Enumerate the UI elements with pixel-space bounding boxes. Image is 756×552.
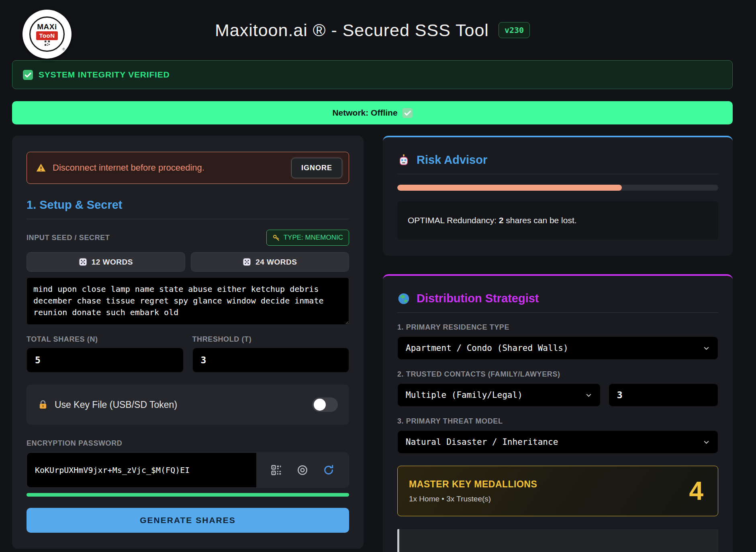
setup-panel: Disconnect internet before proceeding. I…: [12, 136, 364, 549]
setup-section-title: 1. Setup & Secret: [27, 198, 349, 212]
seed-type-badge-label: TYPE: MNEMONIC: [284, 234, 343, 242]
generate-shares-button[interactable]: GENERATE SHARES: [27, 508, 349, 533]
integrity-text: SYSTEM INTEGRITY VERIFIED: [39, 70, 170, 79]
disconnect-warning: Disconnect internet before proceeding. I…: [27, 152, 349, 184]
medallions-subtitle: 1x Home • 3x Trustee(s): [409, 495, 689, 503]
distribution-strategist-title: Distribution Strategist: [417, 292, 539, 305]
robot-icon: [397, 154, 410, 167]
globe-icon: [397, 292, 410, 305]
check-icon: [403, 108, 413, 118]
qr-code-icon[interactable]: [270, 464, 282, 476]
warning-text: Disconnect internet before proceeding.: [53, 163, 285, 173]
threshold-input[interactable]: [192, 348, 349, 373]
seed-input[interactable]: mind upon close lamp name state abuse ei…: [27, 277, 349, 325]
risk-progress-fill: [397, 185, 622, 191]
twentyfour-words-button[interactable]: 24 WORDS: [191, 252, 349, 272]
twelve-words-label: 12 WORDS: [92, 258, 133, 267]
seed-label: INPUT SEED / SECRET: [27, 234, 110, 242]
password-strength-bar: [27, 493, 349, 497]
password-label: ENCRYPTION PASSWORD: [27, 439, 349, 448]
chevron-down-icon: [703, 439, 710, 446]
dice-icon: [79, 258, 87, 266]
chevron-down-icon: [585, 392, 592, 399]
divider: [397, 312, 718, 313]
dice-icon: [243, 258, 251, 266]
key-icon: [272, 234, 280, 242]
master-key-medallions-box: MASTER KEY MEDALLIONS 1x Home • 3x Trust…: [397, 466, 718, 516]
residence-type-label: 1. PRIMARY RESIDENCE TYPE: [397, 323, 718, 332]
medallions-count: 4: [689, 478, 707, 504]
keyfile-toggle-knob: [314, 399, 326, 411]
distribution-strategist-card: Distribution Strategist 1. PRIMARY RESID…: [383, 274, 733, 552]
app-page: MAXi TooN ® Maxitoon.ai ® - Secured SSS …: [0, 0, 756, 552]
risk-advice-prefix: OPTIMAL Redundancy:: [408, 216, 499, 225]
total-shares-label: TOTAL SHARES (N): [27, 335, 184, 344]
divider: [27, 219, 349, 219]
warning-icon: [36, 163, 46, 173]
twentyfour-words-label: 24 WORDS: [255, 258, 297, 267]
residence-type-value: Apartment / Condo (Shared Walls): [406, 343, 703, 353]
password-row: [27, 452, 349, 488]
version-badge: v230: [499, 22, 530, 38]
residence-type-select[interactable]: Apartment / Condo (Shared Walls): [397, 336, 718, 360]
check-icon: [23, 70, 33, 80]
seed-type-badge: TYPE: MNEMONIC: [266, 230, 349, 246]
threshold-label: THRESHOLD (T): [192, 335, 349, 344]
risk-advice-box: OPTIMAL Redundancy: 2 shares can be lost…: [397, 201, 718, 240]
keyfile-label: Use Key File (USB/SD Token): [55, 399, 306, 410]
refresh-icon[interactable]: [323, 464, 335, 476]
keyfile-row: Use Key File (USB/SD Token): [27, 385, 349, 425]
trusted-contacts-label: 2. TRUSTED CONTACTS (FAMILY/LAWYERS): [397, 370, 718, 379]
trusted-contacts-value: Multiple (Family/Legal): [406, 390, 585, 400]
divider: [397, 174, 718, 174]
total-shares-input[interactable]: [27, 348, 184, 373]
twelve-words-button[interactable]: 12 WORDS: [27, 252, 185, 272]
integrity-banner: SYSTEM INTEGRITY VERIFIED: [12, 60, 733, 89]
password-tools: [256, 453, 349, 487]
medallions-title: MASTER KEY MEDALLIONS: [409, 479, 689, 490]
lock-icon: [38, 399, 48, 410]
page-title: Maxitoon.ai ® - Secured SSS Tool: [215, 20, 489, 40]
risk-progress-track: [397, 185, 718, 191]
risk-advice-suffix: shares can be lost.: [504, 216, 577, 225]
network-status-text: Network: Offline: [332, 108, 397, 118]
risk-advisor-title: Risk Advisor: [417, 153, 487, 167]
threat-model-select[interactable]: Natural Disaster / Inheritance: [397, 430, 718, 454]
password-input[interactable]: [27, 453, 256, 487]
trusted-contacts-count-input[interactable]: [609, 383, 718, 407]
trusted-contacts-select[interactable]: Multiple (Family/Legal): [397, 383, 601, 407]
chevron-down-icon: [703, 345, 710, 352]
keyfile-toggle[interactable]: [312, 397, 338, 412]
strategy-note-box: [397, 529, 718, 552]
threat-model-label: 3. PRIMARY THREAT MODEL: [397, 417, 718, 426]
risk-advice-count: 2: [499, 216, 504, 225]
network-status-banner: Network: Offline: [12, 101, 733, 124]
ignore-button[interactable]: IGNORE: [291, 158, 342, 178]
eye-icon[interactable]: [296, 464, 309, 476]
threat-model-value: Natural Disaster / Inheritance: [406, 437, 703, 447]
header: MAXi TooN ® Maxitoon.ai ® - Secured SSS …: [12, 0, 733, 60]
risk-advisor-card: Risk Advisor OPTIMAL Redundancy: 2 share…: [383, 136, 733, 256]
